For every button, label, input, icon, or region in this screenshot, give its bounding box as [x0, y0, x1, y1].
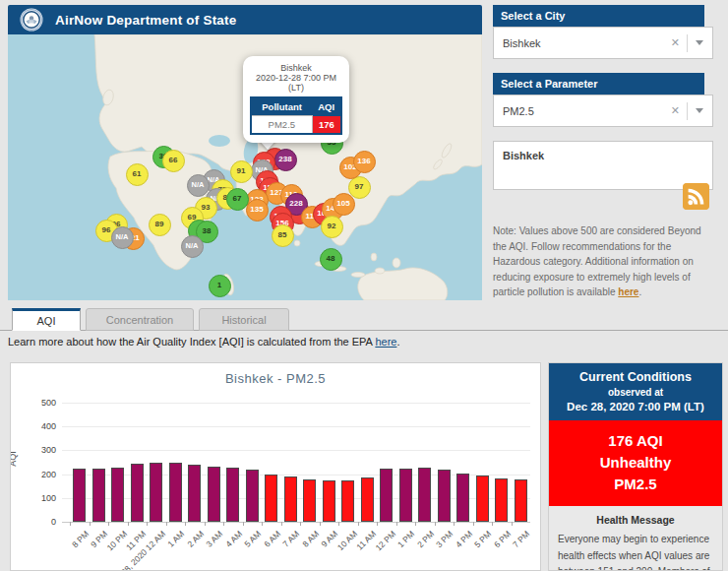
chart-bar: [208, 467, 220, 522]
chart-xtick: [147, 522, 148, 526]
chart-bar: [418, 468, 431, 522]
learn-more-text: Learn more about how the Air Quality Ind…: [8, 336, 399, 348]
select-city-header: Select a City: [493, 5, 704, 27]
chart-bar: [284, 476, 297, 522]
popup-city: Bishkek: [249, 63, 343, 73]
chart-bar: [323, 480, 335, 522]
chart-bar: [495, 478, 508, 522]
map-popup: Bishkek 2020-12-28 7:00 PM (LT) Pollutan…: [243, 56, 349, 143]
aqi-marker[interactable]: 238: [274, 149, 297, 171]
tab-aqi[interactable]: AQI: [12, 308, 81, 331]
aqi-marker[interactable]: 1: [209, 275, 231, 297]
aqi-marker[interactable]: 67: [226, 188, 249, 211]
chart-bar: [361, 477, 374, 522]
chart-bar: [456, 474, 469, 522]
aqi-status-box: 176 AQI Unhealthy PM2.5: [549, 420, 722, 506]
aqi-marker[interactable]: 61: [126, 163, 149, 186]
aqi-marker[interactable]: N/A: [111, 226, 134, 249]
chart-xtick: [243, 522, 244, 526]
chart-xtick: [205, 522, 206, 526]
tab-bar: AQI Concentration Historical: [12, 308, 294, 331]
chart-xtick: [338, 522, 339, 526]
chart-xtick: [166, 522, 167, 526]
chart-bar: [73, 469, 86, 522]
aqi-marker[interactable]: 136: [353, 151, 376, 173]
chart-xtick: [473, 522, 474, 526]
aqi-marker[interactable]: 48: [320, 248, 342, 271]
chart-gridline: [62, 403, 530, 404]
aqi-marker[interactable]: 97: [348, 176, 371, 199]
chart-bar: [341, 480, 354, 522]
chart-xtick: [320, 522, 321, 526]
chart-bar: [92, 469, 105, 522]
chart-ytick-label: 100: [23, 493, 56, 503]
chart-bar: [399, 469, 412, 522]
aqi-marker[interactable]: N/A: [187, 174, 210, 197]
select-parameter-header: Select a Parameter: [493, 73, 704, 95]
chart-xtick: [185, 522, 186, 526]
chart-xtick: [108, 522, 109, 526]
parameter-select[interactable]: PM2.5 ✕: [493, 95, 713, 127]
chart-xtick: [435, 522, 436, 526]
chart-xtick: [415, 522, 416, 526]
city-select-value: Bishkek: [494, 37, 664, 49]
health-message-section: Health Message Everyone may begin to exp…: [549, 506, 722, 571]
chart-xtick: [377, 522, 378, 526]
chart-xtick: [358, 522, 359, 526]
world-map[interactable]: 238162N/A1621501271121231222281351651568…: [8, 34, 482, 300]
current-conditions-panel: Current Conditions observed at Dec 28, 2…: [548, 362, 723, 571]
combo-divider: [687, 102, 688, 120]
chart-bar: [111, 468, 124, 522]
chart-bar: [476, 476, 489, 522]
chevron-down-icon[interactable]: [696, 108, 703, 113]
chart-xtick: [70, 522, 71, 526]
feed-box: Bishkek: [493, 141, 713, 190]
chart-ylabel: AQI: [10, 451, 18, 467]
aqi-category-line: Unhealthy: [553, 454, 718, 471]
aqi-marker[interactable]: 66: [162, 150, 185, 172]
aqi-marker[interactable]: 135: [246, 199, 269, 222]
aqi-pollutant-line: PM2.5: [553, 476, 718, 492]
chart-bar: [246, 470, 259, 522]
chart-xtick: [512, 522, 513, 526]
aqi-marker[interactable]: 89: [149, 214, 171, 236]
chart-xtick: [396, 522, 397, 526]
chart-xtick: [262, 522, 263, 526]
chart-bar: [131, 464, 144, 522]
chevron-down-icon[interactable]: [696, 40, 703, 45]
chart-bar: [169, 463, 182, 523]
chart-gridline: [62, 450, 530, 451]
aqi-marker[interactable]: 92: [321, 216, 343, 238]
tab-historical[interactable]: Historical: [199, 308, 289, 331]
rss-icon[interactable]: [683, 183, 709, 210]
state-department-seal-icon[interactable]: [20, 8, 43, 32]
chart-ytick-label: 300: [23, 445, 56, 455]
chart-xtick: [492, 522, 493, 526]
aqi-marker[interactable]: 85: [272, 224, 294, 247]
beyond-aqi-note: Note: Values above 500 are considered Be…: [493, 223, 713, 300]
note-here-link[interactable]: here: [618, 286, 638, 297]
chart-ytick-label: 400: [23, 421, 56, 431]
current-conditions-header: Current Conditions observed at Dec 28, 2…: [549, 363, 722, 420]
city-clear-icon[interactable]: ✕: [664, 36, 687, 49]
parameter-select-value: PM2.5: [494, 105, 664, 117]
popup-table: Pollutant AQI PM2.5 176: [250, 96, 342, 135]
city-select[interactable]: Bishkek ✕: [493, 27, 713, 59]
chart-bar: [188, 465, 201, 522]
aqi-value-line: 176 AQI: [553, 432, 718, 449]
chart-bar: [150, 463, 162, 523]
learn-more-here-link[interactable]: here: [375, 336, 396, 348]
chart-bar: [265, 475, 277, 522]
aqi-marker[interactable]: N/A: [181, 235, 204, 258]
aqi-marker[interactable]: 91: [230, 160, 253, 183]
chart-ytick-label: 200: [23, 470, 56, 479]
tab-concentration[interactable]: Concentration: [86, 308, 194, 331]
parameter-clear-icon[interactable]: ✕: [664, 104, 687, 117]
health-message-title: Health Message: [558, 514, 713, 526]
chart-xtick: [128, 522, 129, 526]
chart-bar: [438, 470, 451, 522]
health-message-text: Everyone may begin to experience health …: [558, 532, 713, 571]
aqi-bar-chart: Bishkek - PM2.5 AQI 01002003004005008 PM…: [10, 362, 541, 571]
chart-xtick: [300, 522, 301, 526]
combo-divider: [687, 34, 688, 52]
